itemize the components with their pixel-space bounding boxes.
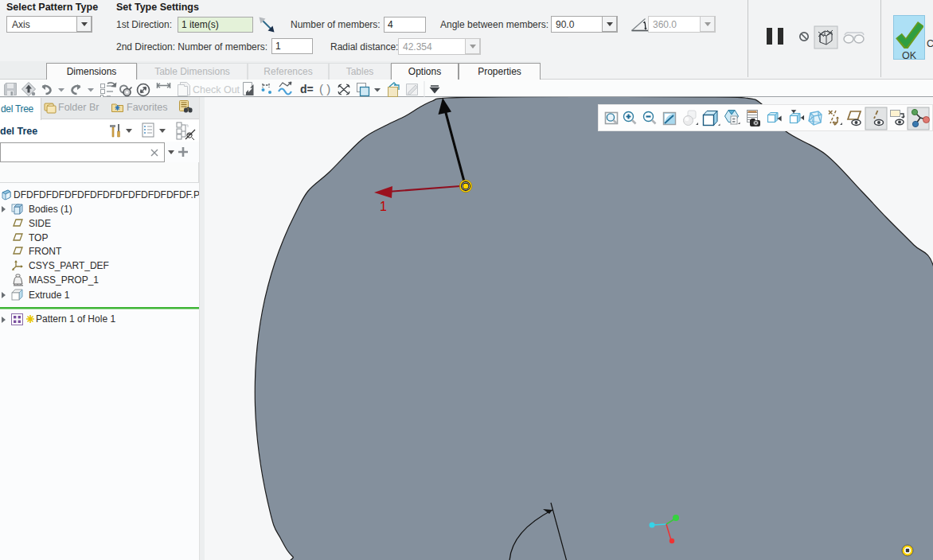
svg-text:d=: d= <box>300 83 314 95</box>
svg-text:1: 1 <box>380 200 387 213</box>
svg-text:Check Out: Check Out <box>193 84 240 95</box>
svg-text:( ): ( ) <box>319 82 330 95</box>
